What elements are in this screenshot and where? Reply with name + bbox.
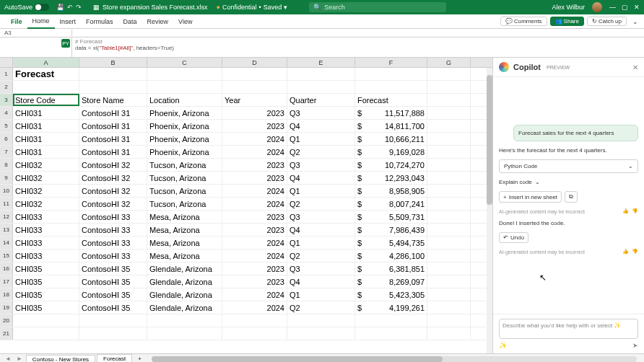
row-header[interactable]: 5 (0, 120, 13, 132)
autosave-toggle[interactable]: AutoSave (4, 4, 49, 11)
cell[interactable] (427, 211, 471, 223)
row-header[interactable]: 6 (0, 133, 13, 145)
cell[interactable] (427, 288, 471, 301)
cell-code[interactable]: CHI032 (13, 159, 79, 171)
cell-code[interactable]: CHI035 (13, 275, 79, 288)
cell-header[interactable]: Store Name (79, 94, 147, 106)
add-sheet-button[interactable]: + (134, 356, 146, 362)
cell-code[interactable]: CHI032 (13, 185, 79, 197)
cell-title[interactable]: Forecast (13, 68, 79, 80)
python-editor[interactable]: PY # Forecast data = xl("Table1[#All]", … (0, 37, 644, 58)
catchup-button[interactable]: ↻Catch up (587, 17, 627, 26)
cell[interactable] (13, 81, 79, 93)
copy-button[interactable]: ⧉ (565, 191, 578, 203)
close-icon[interactable]: ✕ (634, 4, 640, 11)
row-header[interactable]: 2 (0, 81, 13, 93)
sensitivity-label[interactable]: Confidential (222, 4, 257, 11)
cell-code[interactable]: CHI033 (13, 237, 79, 249)
cell-year[interactable]: 2023 (222, 159, 287, 171)
user-name[interactable]: Alex Wilbur (552, 4, 585, 11)
cell-code[interactable]: CHI032 (13, 172, 79, 184)
ribbon-chevron-icon[interactable]: ⌄ (632, 18, 638, 25)
undo-icon[interactable]: ↶ (67, 4, 73, 11)
user-avatar[interactable] (592, 2, 602, 12)
comments-button[interactable]: 💬Comments (500, 17, 547, 26)
cell-name[interactable]: ContosoHI 31 (79, 120, 147, 132)
cell-forecast[interactable]: $9,169,028 (355, 146, 427, 158)
cell-code[interactable]: CHI035 (13, 288, 79, 301)
cell[interactable] (355, 327, 427, 340)
cell-name[interactable]: ContosoHI 33 (79, 250, 147, 262)
cell-code[interactable]: CHI031 (13, 133, 79, 145)
cell[interactable] (427, 68, 471, 80)
cell[interactable] (287, 327, 355, 340)
cell[interactable] (427, 94, 471, 106)
cell-loc[interactable]: Glendale, Arizona (147, 288, 222, 301)
cell[interactable] (79, 327, 147, 340)
cell[interactable] (427, 327, 471, 340)
cell-quarter[interactable]: Q4 (287, 172, 355, 184)
cell-loc[interactable]: Phoenix, Arizona (147, 107, 222, 119)
cell-quarter[interactable]: Q1 (287, 237, 355, 249)
cell-forecast[interactable]: $7,986,439 (355, 224, 427, 236)
scrollbar-thumb[interactable] (152, 356, 443, 362)
python-code-card[interactable]: Python Code ⌄ (499, 159, 638, 173)
cell-forecast[interactable]: $10,724,270 (355, 159, 427, 171)
cell-forecast[interactable]: $5,494,735 (355, 237, 427, 249)
cell[interactable] (222, 81, 287, 93)
cell-quarter[interactable]: Q1 (287, 185, 355, 197)
insert-sheet-button[interactable]: +Insert in new sheet (499, 191, 562, 203)
tab-home[interactable]: Home (27, 14, 55, 29)
tab-insert[interactable]: Insert (55, 18, 82, 25)
sheet-nav-next[interactable]: ► (14, 356, 25, 362)
cell-quarter[interactable]: Q2 (287, 301, 355, 314)
row-header[interactable]: 16 (0, 262, 13, 275)
cell-forecast[interactable]: $6,381,851 (355, 262, 427, 275)
cell-name[interactable]: ContosoHI 33 (79, 211, 147, 223)
cell[interactable] (355, 68, 427, 80)
tab-file[interactable]: File (6, 18, 27, 25)
cell-code[interactable]: CHI035 (13, 301, 79, 314)
row-header[interactable]: 8 (0, 159, 13, 171)
spreadsheet-grid[interactable]: A B C D E F G 1Forecast23Store CodeStore… (0, 58, 492, 353)
cell-name[interactable]: ContosoHI 35 (79, 301, 147, 314)
cell[interactable] (13, 327, 79, 340)
cell-loc[interactable]: Phoenix, Arizona (147, 146, 222, 158)
cell-code[interactable]: CHI031 (13, 146, 79, 158)
row-header[interactable]: 4 (0, 107, 13, 119)
cell-name[interactable]: ContosoHI 35 (79, 262, 147, 275)
cell-loc[interactable]: Glendale, Arizona (147, 301, 222, 314)
row-header[interactable]: 14 (0, 237, 13, 249)
thumbs-down-icon[interactable]: 👎 (632, 249, 638, 255)
cell[interactable] (287, 81, 355, 93)
cell[interactable] (427, 262, 471, 275)
cell[interactable] (147, 68, 222, 80)
cell-year[interactable]: 2024 (222, 198, 287, 210)
row-header[interactable]: 11 (0, 198, 13, 210)
cell-name[interactable]: ContosoHI 32 (79, 185, 147, 197)
tab-view[interactable]: View (173, 18, 197, 25)
row-header[interactable]: 10 (0, 185, 13, 197)
row-header[interactable]: 9 (0, 172, 13, 184)
cell-year[interactable]: 2023 (222, 275, 287, 288)
row-header[interactable]: 3 (0, 94, 13, 106)
cell-header[interactable]: Forecast (355, 94, 427, 106)
cell-forecast[interactable]: $5,509,731 (355, 211, 427, 223)
cell[interactable] (427, 237, 471, 249)
cell[interactable] (427, 172, 471, 184)
cell-header[interactable]: Year (222, 94, 287, 106)
vertical-scrollbar[interactable] (487, 68, 492, 353)
sheet-tab-contoso[interactable]: Contoso - New Stores (26, 355, 95, 363)
col-header-e[interactable]: E (287, 58, 355, 67)
cell-quarter[interactable]: Q4 (287, 224, 355, 236)
scrollbar-thumb[interactable] (487, 75, 492, 205)
name-box[interactable]: A3 (0, 30, 72, 36)
file-name[interactable]: Store expansion Sales Forecast.xlsx (103, 4, 208, 11)
col-header-d[interactable]: D (222, 58, 287, 67)
python-code[interactable]: # Forecast data = xl("Table1[#All]", hea… (72, 37, 644, 57)
col-header-b[interactable]: B (79, 58, 147, 67)
tab-review[interactable]: Review (142, 18, 174, 25)
cell[interactable] (427, 120, 471, 132)
cell-loc[interactable]: Tucson, Arizona (147, 172, 222, 184)
cell-loc[interactable]: Tucson, Arizona (147, 159, 222, 171)
